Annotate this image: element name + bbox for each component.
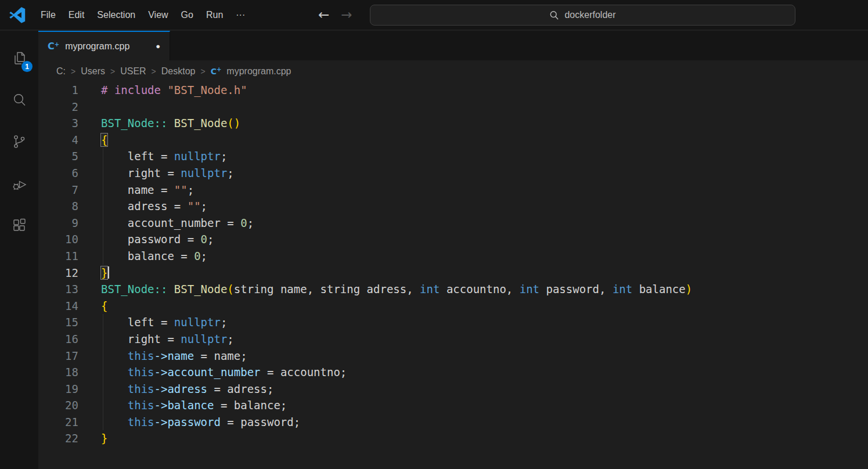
bracket-match: { [101, 134, 107, 146]
code-line[interactable]: 5 left = nullptr; [38, 148, 868, 165]
code-token [167, 283, 174, 295]
code-line[interactable]: 10 password = 0; [38, 231, 868, 248]
code-token: balance [632, 283, 686, 295]
line-number[interactable]: 21 [38, 414, 78, 431]
code-token: BST_Node:: [101, 283, 167, 295]
code-token: ; [221, 316, 227, 329]
line-number[interactable]: 18 [38, 364, 78, 381]
window-titlebar: FileEditSelectionViewGoRun··· ← → docker… [0, 0, 868, 30]
code-line[interactable]: 19 this->adress = adress; [38, 381, 868, 398]
code-line[interactable]: 18 this->account_number = accountno; [38, 364, 868, 381]
modified-dot-icon[interactable]: ● [156, 42, 160, 50]
code-token: nullptr [174, 316, 221, 329]
code-line[interactable]: 6 right = nullptr; [38, 165, 868, 182]
line-number[interactable]: 20 [38, 397, 78, 414]
line-number[interactable]: 4 [38, 132, 78, 149]
line-number[interactable]: 14 [38, 298, 78, 315]
vscode-logo-icon [9, 6, 26, 24]
line-number[interactable]: 9 [38, 215, 78, 232]
code-token: ( [227, 283, 233, 295]
line-number[interactable]: 5 [38, 148, 78, 165]
bracket-match: } [101, 266, 107, 279]
code-line[interactable]: 16 right = nullptr; [38, 331, 868, 348]
code-token: { [101, 300, 107, 312]
code-line[interactable]: 3BST_Node:: BST_Node() [38, 115, 868, 132]
code-line[interactable]: 7 name = ""; [38, 182, 868, 199]
code-line[interactable]: 4{ [38, 132, 868, 149]
line-number[interactable]: 11 [38, 248, 78, 265]
line-number[interactable]: 6 [38, 165, 78, 182]
code-text: right = nullptr; [78, 165, 234, 182]
breadcrumb-item[interactable]: Users [81, 66, 105, 77]
code-line[interactable]: 14{ [38, 298, 868, 315]
menu-run[interactable]: Run [200, 6, 229, 24]
cpp-file-icon: C+ [48, 42, 59, 51]
code-token: right = [101, 167, 181, 179]
menu-view[interactable]: View [142, 6, 174, 24]
code-text: balance = 0; [78, 248, 207, 265]
run-and-debug-icon [11, 175, 27, 194]
menu-more[interactable]: ··· [229, 6, 251, 24]
activity-search-button[interactable] [5, 80, 33, 122]
line-number[interactable]: 19 [38, 381, 78, 398]
code-text: password = 0; [78, 231, 214, 248]
code-line[interactable]: 13BST_Node:: BST_Node(string name, strin… [38, 281, 868, 298]
code-line[interactable]: 2 [38, 99, 868, 116]
code-line[interactable]: 17 this->name = name; [38, 348, 868, 365]
menu-go[interactable]: Go [175, 6, 200, 24]
line-number[interactable]: 8 [38, 198, 78, 215]
code-token: name = [101, 183, 174, 196]
code-text: this->account_number = accountno; [78, 364, 347, 381]
cpp-file-icon: C+ [211, 67, 222, 75]
menu-edit[interactable]: Edit [62, 6, 91, 24]
code-line[interactable]: 8 adress = ""; [38, 198, 868, 215]
line-number[interactable]: 15 [38, 314, 78, 331]
menu-selection[interactable]: Selection [91, 6, 142, 24]
code-line[interactable]: 20 this->balance = balance; [38, 397, 868, 414]
chevron-right-icon: > [71, 67, 75, 76]
code-text [78, 99, 101, 116]
line-number[interactable]: 7 [38, 182, 78, 199]
line-number[interactable]: 1 [38, 82, 78, 99]
code-token: ; [188, 183, 194, 196]
code-text: account_number = 0; [78, 215, 254, 232]
code-line[interactable]: 11 balance = 0; [38, 248, 868, 265]
code-line[interactable]: 12} [38, 265, 868, 282]
line-number[interactable]: 17 [38, 348, 78, 365]
breadcrumb-item[interactable]: USER [120, 66, 146, 77]
activity-source-control-button[interactable] [5, 122, 33, 164]
line-number[interactable]: 13 [38, 281, 78, 298]
code-token: = accountno; [261, 366, 347, 378]
menu-file[interactable]: File [34, 6, 62, 24]
command-center-search[interactable]: dockerfolder [370, 5, 795, 26]
line-number[interactable]: 10 [38, 231, 78, 248]
line-number[interactable]: 12 [38, 265, 78, 282]
code-line[interactable]: 15 left = nullptr; [38, 314, 868, 331]
code-editor[interactable]: 1# include "BST_Node.h"23BST_Node:: BST_… [38, 82, 868, 469]
code-token: this [128, 366, 154, 378]
breadcrumb-item[interactable]: Desktop [161, 66, 196, 77]
code-line[interactable]: 21 this->password = password; [38, 414, 868, 431]
code-token: accountno, [440, 283, 519, 295]
code-token: ->name [154, 349, 195, 362]
code-line[interactable]: 1# include "BST_Node.h" [38, 82, 868, 99]
line-number[interactable]: 22 [38, 430, 78, 447]
activity-run-and-debug-button[interactable] [5, 164, 33, 205]
line-number[interactable]: 16 [38, 331, 78, 348]
breadcrumb-item[interactable]: C: [56, 66, 66, 77]
code-token [101, 416, 128, 428]
code-token [101, 399, 128, 412]
source-control-icon [11, 134, 27, 152]
code-line[interactable]: 9 account_number = 0; [38, 215, 868, 232]
activity-explorer-button[interactable]: 1 [5, 38, 33, 80]
line-number[interactable]: 3 [38, 115, 78, 132]
code-token: ; [201, 200, 207, 212]
line-number[interactable]: 2 [38, 99, 78, 116]
code-token: ; [221, 150, 227, 163]
forward-arrow-icon[interactable]: → [341, 8, 352, 21]
back-arrow-icon[interactable]: ← [318, 8, 329, 21]
tab-myprogram-cpp[interactable]: C+ myprogram.cpp ● [38, 31, 170, 60]
code-line[interactable]: 22} [38, 430, 868, 447]
activity-extensions-button[interactable] [5, 205, 33, 247]
breadcrumb-item-file[interactable]: myprogram.cpp [226, 66, 291, 77]
